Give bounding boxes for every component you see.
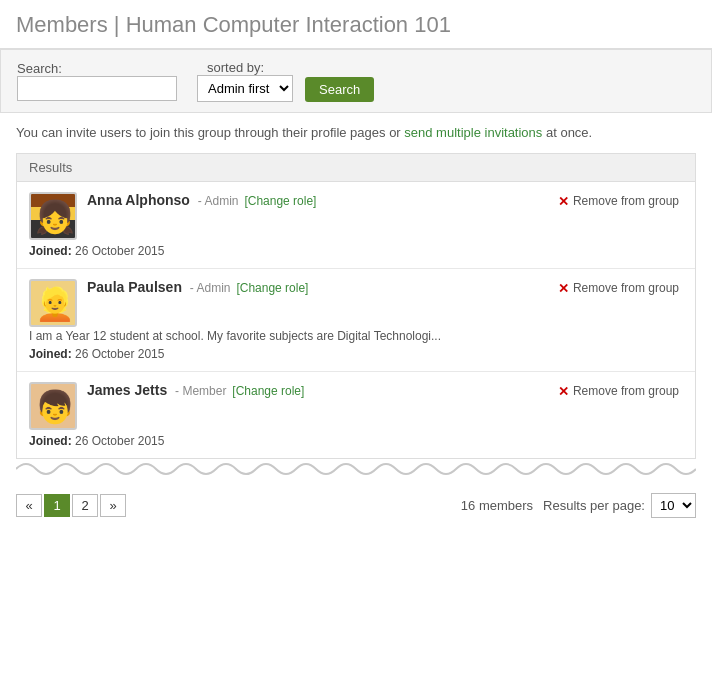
results-header: Results [17, 154, 695, 182]
invite-part1: You can invite users to join this group … [16, 125, 404, 140]
member-bio-2: I am a Year 12 student at school. My fav… [29, 329, 683, 343]
table-row: Paula Paulsen - Admin [Change role] ✕ Re… [17, 269, 695, 372]
member-role-3: - Member [175, 384, 226, 398]
member-info-3: James Jetts - Member [Change role] [87, 382, 304, 398]
table-row: Anna Alphonso - Admin [Change role] ✕ Re… [17, 182, 695, 269]
page-title: Members | Human Computer Interaction 101 [16, 12, 696, 38]
pagination-bar: « 1 2 » 16 members Results per page: 10 … [0, 485, 712, 526]
remove-label-3: Remove from group [573, 384, 679, 398]
avatar [29, 382, 77, 430]
member-left-3: James Jetts - Member [Change role] [29, 382, 304, 430]
wavy-svg [16, 459, 696, 479]
search-group: Search: [17, 61, 177, 101]
sort-select[interactable]: Admin first Name Last login [197, 75, 293, 102]
remove-from-group-button-1[interactable]: ✕ Remove from group [554, 192, 683, 211]
title-separator: | [114, 12, 126, 37]
member-top-3: James Jetts - Member [Change role] ✕ Rem… [29, 382, 683, 430]
member-name-2: Paula Paulsen [87, 279, 182, 295]
pagination: « 1 2 » [16, 494, 126, 517]
sorted-by-label: sorted by: [207, 60, 264, 75]
joined-label-3: Joined: [29, 434, 72, 448]
member-role-1: - Admin [198, 194, 239, 208]
joined-date-1: 26 October 2015 [75, 244, 164, 258]
search-input[interactable] [17, 76, 177, 101]
pagination-page-1[interactable]: 1 [44, 494, 70, 517]
member-top-1: Anna Alphonso - Admin [Change role] ✕ Re… [29, 192, 683, 240]
member-info-2: Paula Paulsen - Admin [Change role] [87, 279, 308, 295]
member-joined-3: Joined: 26 October 2015 [29, 434, 683, 448]
member-left-2: Paula Paulsen - Admin [Change role] [29, 279, 308, 327]
member-role-2: - Admin [190, 281, 231, 295]
change-role-link-1[interactable]: [Change role] [244, 194, 316, 208]
invite-part2: at once. [542, 125, 592, 140]
joined-label-1: Joined: [29, 244, 72, 258]
member-left-1: Anna Alphonso - Admin [Change role] [29, 192, 316, 240]
avatar [29, 192, 77, 240]
joined-date-3: 26 October 2015 [75, 434, 164, 448]
table-row: James Jetts - Member [Change role] ✕ Rem… [17, 372, 695, 458]
pagination-prev[interactable]: « [16, 494, 42, 517]
pagination-right: 16 members Results per page: 10 25 50 [461, 493, 696, 518]
member-name-1: Anna Alphonso [87, 192, 190, 208]
page-header: Members | Human Computer Interaction 101 [0, 0, 712, 49]
remove-label-2: Remove from group [573, 281, 679, 295]
member-joined-1: Joined: 26 October 2015 [29, 244, 683, 258]
search-button[interactable]: Search [305, 77, 374, 102]
results-per-page: Results per page: 10 25 50 [543, 493, 696, 518]
change-role-link-3[interactable]: [Change role] [232, 384, 304, 398]
remove-x-icon-3: ✕ [558, 384, 569, 399]
member-info-1: Anna Alphonso - Admin [Change role] [87, 192, 316, 208]
results-section: Results Anna Alphonso - Admin [Change ro… [16, 153, 696, 459]
pagination-page-2[interactable]: 2 [72, 494, 98, 517]
members-count: 16 members [461, 498, 533, 513]
title-members: Members [16, 12, 108, 37]
title-course: Human Computer Interaction 101 [126, 12, 451, 37]
change-role-link-2[interactable]: [Change role] [236, 281, 308, 295]
per-page-select[interactable]: 10 25 50 [651, 493, 696, 518]
pagination-next[interactable]: » [100, 494, 126, 517]
joined-date-2: 26 October 2015 [75, 347, 164, 361]
send-multiple-link[interactable]: send multiple invitations [404, 125, 542, 140]
member-top-2: Paula Paulsen - Admin [Change role] ✕ Re… [29, 279, 683, 327]
remove-from-group-button-3[interactable]: ✕ Remove from group [554, 382, 683, 401]
avatar [29, 279, 77, 327]
wavy-divider [16, 459, 696, 479]
search-label: Search: [17, 61, 62, 76]
remove-x-icon-1: ✕ [558, 194, 569, 209]
remove-label-1: Remove from group [573, 194, 679, 208]
remove-x-icon-2: ✕ [558, 281, 569, 296]
invite-text: You can invite users to join this group … [0, 113, 712, 153]
search-bar: Search: sorted by: Admin first Name Last… [0, 49, 712, 113]
member-joined-2: Joined: 26 October 2015 [29, 347, 683, 361]
joined-label-2: Joined: [29, 347, 72, 361]
sort-group: sorted by: Admin first Name Last login [197, 60, 293, 102]
remove-from-group-button-2[interactable]: ✕ Remove from group [554, 279, 683, 298]
results-per-page-label: Results per page: [543, 498, 645, 513]
member-name-3: James Jetts [87, 382, 167, 398]
